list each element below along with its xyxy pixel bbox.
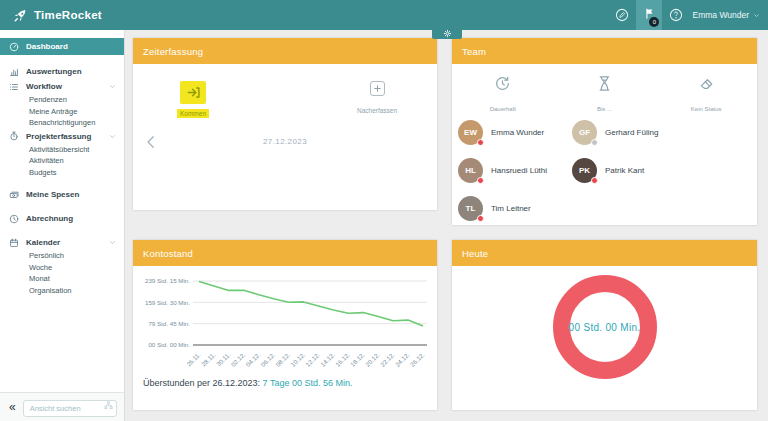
user-menu[interactable]: Emma Wunder <box>690 10 760 20</box>
clock-arrow-icon <box>493 74 512 93</box>
svg-text:18.12.: 18.12. <box>349 351 366 368</box>
sidebar-item-label: Kalender <box>26 238 60 247</box>
sidebar-item-meine-spesen[interactable]: Meine Spesen <box>0 187 124 202</box>
avatar: TL <box>458 196 483 221</box>
sidebar-item-dashboard[interactable]: Dashboard <box>0 38 124 55</box>
sidebar-subitem-monat[interactable]: Monat <box>0 273 124 285</box>
svg-text:20.12.: 20.12. <box>364 351 381 368</box>
sidebar-item-label: Dashboard <box>26 42 68 51</box>
team-status-label: Bis ... <box>597 106 612 112</box>
svg-text:04.12.: 04.12. <box>244 351 261 368</box>
chevron-down-icon <box>109 239 116 246</box>
svg-text:26.11.: 26.11. <box>185 351 202 368</box>
plus-icon <box>370 81 385 96</box>
sidebar-subitem-pendenzen[interactable]: Pendenzen <box>0 94 124 106</box>
avatar: HL <box>458 158 483 183</box>
login-arrow-icon <box>180 81 206 104</box>
sidebar-subitem-woche[interactable]: Woche <box>0 262 124 274</box>
svg-text:10.12.: 10.12. <box>289 351 306 368</box>
sidebar: DashboardAuswertungenWorkflowPendenzenMe… <box>0 30 125 421</box>
sidebar-item-projekterfassung[interactable]: Projekterfassung <box>0 129 124 144</box>
edit-pencil-icon[interactable] <box>615 8 629 22</box>
list-icon <box>9 82 19 92</box>
kommen-button[interactable]: Kommen <box>177 81 209 118</box>
presence-status-dot <box>477 177 484 184</box>
sidebar-item-label: Abrechnung <box>26 214 73 223</box>
sidebar-item-abrechnung[interactable]: Abrechnung <box>0 211 124 226</box>
card-team-title: Team <box>452 38 757 64</box>
notifications-flag-button[interactable]: 0 <box>636 0 662 30</box>
team-member-hansruedi-lüthi[interactable]: HLHansruedi Lüthi <box>458 158 547 183</box>
help-question-icon[interactable] <box>669 8 683 22</box>
money-icon <box>9 190 19 200</box>
sitemap-icon <box>104 401 113 410</box>
presence-status-dot <box>477 215 484 222</box>
sidebar-subitem-persönlich[interactable]: Persönlich <box>0 250 124 262</box>
overtime-value: 7 Tage 00 Std. 56 Min. <box>263 378 353 388</box>
card-kontostand: Kontostand 239 Std. 15 Min.159 Std. 30 M… <box>133 240 437 410</box>
app-window: TimeRocket 0 <box>0 0 768 421</box>
svg-text:79 Std. 45 Min.: 79 Std. 45 Min. <box>148 320 190 327</box>
nacherfassen-label: Nacherfassen <box>357 107 397 114</box>
presence-status-dot <box>477 139 484 146</box>
team-member-emma-wunder[interactable]: EWEmma Wunder <box>458 120 544 145</box>
sidebar-item-workflow[interactable]: Workflow <box>0 79 124 94</box>
team-status-kein-status: Kein Status <box>655 74 757 112</box>
card-heute-title: Heute <box>452 240 757 266</box>
presence-status-dot <box>591 177 598 184</box>
card-zeiterfassung: Zeiterfassung Kommen Nacherfassen <box>133 38 437 210</box>
sidebar-subitem-benachrichtigungen[interactable]: Benachrichtigungen <box>0 117 124 129</box>
team-status-legend: DauerhaftBis ...Kein Status <box>452 74 757 112</box>
avatar: EW <box>458 120 483 145</box>
user-name: Emma Wunder <box>692 10 749 20</box>
kommen-label: Kommen <box>177 109 209 118</box>
sidebar-subitem-aktivitäten[interactable]: Aktivitäten <box>0 155 124 167</box>
presence-status-dot <box>591 139 598 146</box>
chevron-down-icon <box>753 12 760 19</box>
svg-text:159 Std. 30 Min.: 159 Std. 30 Min. <box>145 299 190 306</box>
current-date: 27.12.2023 <box>133 137 437 146</box>
member-name: Hansruedi Lüthi <box>491 166 547 175</box>
svg-text:28.11.: 28.11. <box>200 351 217 368</box>
app-name: TimeRocket <box>34 9 102 21</box>
svg-text:14.12.: 14.12. <box>319 351 336 368</box>
avatar: PK <box>572 158 597 183</box>
sidebar-item-label: Meine Spesen <box>26 190 79 199</box>
sidebar-item-auswertungen[interactable]: Auswertungen <box>0 64 124 79</box>
sidebar-subitem-budgets[interactable]: Budgets <box>0 167 124 179</box>
overtime-label: Überstunden per 26.12.2023: <box>143 378 260 388</box>
sidebar-subitem-meine-anträge[interactable]: Meine Anträge <box>0 106 124 118</box>
card-zeiterfassung-title: Zeiterfassung <box>133 38 437 64</box>
clock-icon <box>9 214 19 224</box>
nacherfassen-button[interactable]: Nacherfassen <box>357 81 397 114</box>
rocket-icon <box>13 8 28 23</box>
card-kontostand-title: Kontostand <box>133 240 437 266</box>
svg-text:239 Std. 15 Min.: 239 Std. 15 Min. <box>145 277 190 284</box>
team-status-label: Kein Status <box>691 106 722 112</box>
app-logo[interactable]: TimeRocket <box>0 8 102 23</box>
sidebar-subitem-aktivitätsübersicht[interactable]: Aktivitätsübersicht <box>0 144 124 156</box>
svg-text:12.12.: 12.12. <box>304 351 321 368</box>
kontostand-line-chart: 239 Std. 15 Min.159 Std. 30 Min.79 Std. … <box>135 271 433 371</box>
team-member-tim-leitner[interactable]: TLTim Leitner <box>458 196 531 221</box>
sidebar-item-label: Auswertungen <box>26 67 82 76</box>
sidebar-item-label: Workflow <box>26 82 62 91</box>
team-status-dauerhaft: Dauerhaft <box>452 74 554 112</box>
topbar-actions: 0 Emma Wunder <box>615 0 768 30</box>
collapse-sidebar-icon[interactable]: « <box>9 401 16 413</box>
bar-chart-icon <box>9 67 19 77</box>
team-status-label: Dauerhaft <box>490 106 516 112</box>
team-member-gerhard-füling[interactable]: GFGerhard Füling <box>572 120 658 145</box>
calendar-icon <box>9 238 19 248</box>
sidebar-item-label: Projekterfassung <box>26 132 91 141</box>
top-header-bar: TimeRocket 0 <box>0 0 768 30</box>
gauge-icon <box>9 42 19 52</box>
team-member-patrik-kant[interactable]: PKPatrik Kant <box>572 158 644 183</box>
eraser-icon <box>697 74 716 93</box>
dashboard-settings-tab[interactable] <box>432 26 462 39</box>
view-search-input[interactable] <box>23 400 117 417</box>
sidebar-item-kalender[interactable]: Kalender <box>0 235 124 250</box>
sidebar-nav: DashboardAuswertungenWorkflowPendenzenMe… <box>0 30 124 392</box>
sidebar-subitem-organisation[interactable]: Organisation <box>0 285 124 297</box>
svg-text:08.12.: 08.12. <box>274 351 291 368</box>
